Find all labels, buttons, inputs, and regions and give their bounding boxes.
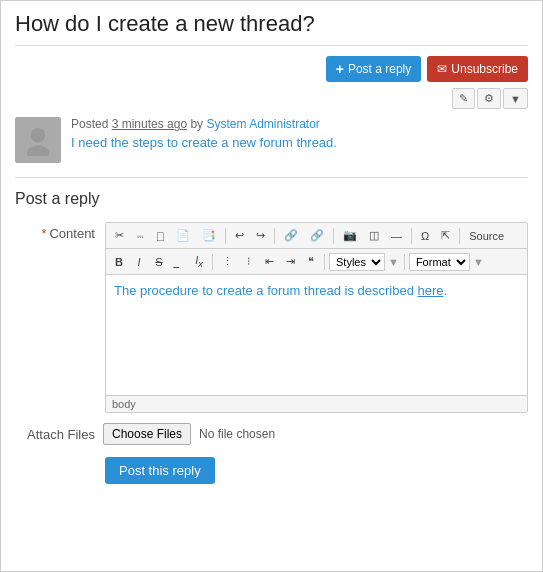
- toolbar-ul[interactable]: ⁝: [240, 252, 258, 271]
- toolbar-fullscreen[interactable]: ⇱: [436, 226, 455, 245]
- toolbar-omega[interactable]: Ω: [416, 227, 434, 245]
- toolbar-strikethrough[interactable]: S: [150, 253, 168, 271]
- posted-prefix: Posted: [71, 117, 108, 131]
- toolbar-link[interactable]: 🔗: [279, 226, 303, 245]
- post-content: I need the steps to create a new forum t…: [71, 135, 528, 150]
- toolbar-indent[interactable]: ⇥: [281, 252, 300, 271]
- reply-section-title: Post a reply: [15, 190, 528, 208]
- toolbar-hr[interactable]: ―: [386, 227, 407, 245]
- toolbar-ol[interactable]: ⋮: [217, 252, 238, 271]
- page-title: How do I create a new thread?: [15, 11, 528, 46]
- toolbar-unlink[interactable]: 🔗: [305, 226, 329, 245]
- toolbar-sep-5: [459, 228, 460, 244]
- toolbar-paste-word[interactable]: 📑: [197, 226, 221, 245]
- toolbar-underline[interactable]: ̲: [170, 252, 188, 271]
- toolbar-copy[interactable]: ⎓: [131, 227, 149, 245]
- attach-files-label: Attach Files: [15, 427, 95, 442]
- toolbar-source[interactable]: Source: [464, 227, 509, 245]
- toolbar-blockquote[interactable]: ❝: [302, 252, 320, 271]
- editor-wrapper: ✂ ⎓ ⎕ 📄 📑 ↩ ↪ 🔗 🔗 📷 ◫ ― Ω ⇱ Source: [105, 222, 528, 413]
- toolbar-cut[interactable]: ✂: [110, 226, 129, 245]
- toolbar-format-select[interactable]: Format: [409, 253, 470, 271]
- toolbar-sep-2: [274, 228, 275, 244]
- no-file-text: No file chosen: [199, 427, 275, 441]
- toolbar-redo[interactable]: ↪: [251, 226, 270, 245]
- gear-tool-button[interactable]: ⚙: [477, 88, 501, 109]
- svg-point-0: [31, 128, 45, 142]
- editor-content-area[interactable]: The procedure to create a forum thread i…: [106, 275, 527, 395]
- toolbar-paste-text[interactable]: 📄: [171, 226, 195, 245]
- editor-toolbar-row1: ✂ ⎓ ⎕ 📄 📑 ↩ ↪ 🔗 🔗 📷 ◫ ― Ω ⇱ Source: [106, 223, 527, 249]
- post-time[interactable]: 3 minutes ago: [112, 117, 187, 131]
- toolbar-bold[interactable]: B: [110, 253, 128, 271]
- submit-row: Post this reply: [15, 457, 528, 484]
- attach-files-row: Attach Files Choose Files No file chosen: [15, 423, 528, 445]
- dropdown-tool-button[interactable]: ▼: [503, 88, 528, 109]
- svg-point-1: [27, 146, 49, 156]
- required-marker: *: [41, 226, 46, 241]
- toolbar-sep-7: [324, 254, 325, 270]
- toolbar-outdent[interactable]: ⇤: [260, 252, 279, 271]
- editor-link[interactable]: here: [418, 283, 444, 298]
- by-text: by: [190, 117, 206, 131]
- post-reply-button-top[interactable]: + Post a reply: [326, 56, 422, 82]
- toolbar-table[interactable]: ◫: [364, 226, 384, 245]
- content-form-row: *Content ✂ ⎓ ⎕ 📄 📑 ↩ ↪ 🔗 🔗 📷 ◫ ―: [15, 222, 528, 413]
- editor-footer: body: [106, 395, 527, 412]
- toolbar-sep-6: [212, 254, 213, 270]
- post-author[interactable]: System Administrator: [206, 117, 319, 131]
- content-label: *Content: [15, 222, 95, 413]
- toolbar-sep-3: [333, 228, 334, 244]
- toolbar-sep-4: [411, 228, 412, 244]
- editor-text: The procedure to create a forum thread i…: [114, 283, 447, 298]
- toolbar-clear-format[interactable]: Ix: [190, 251, 208, 272]
- post-meta: Posted 3 minutes ago by System Administr…: [71, 117, 528, 150]
- unsubscribe-button[interactable]: ✉ Unsubscribe: [427, 56, 528, 82]
- toolbar-sep-1: [225, 228, 226, 244]
- toolbar-sep-8: [404, 254, 405, 270]
- editor-toolbar-row2: B I S ̲ Ix ⋮ ⁝ ⇤ ⇥ ❝ Styles ▼ Format: [106, 249, 527, 275]
- section-divider: [15, 177, 528, 178]
- plus-icon: +: [336, 61, 344, 77]
- post-this-reply-button[interactable]: Post this reply: [105, 457, 215, 484]
- toolbar-italic[interactable]: I: [130, 253, 148, 271]
- toolbar-paste[interactable]: ⎕: [151, 227, 169, 245]
- avatar: [15, 117, 61, 163]
- edit-tool-button[interactable]: ✎: [452, 88, 475, 109]
- toolbar-styles-select[interactable]: Styles: [329, 253, 385, 271]
- toolbar-undo[interactable]: ↩: [230, 226, 249, 245]
- email-icon: ✉: [437, 62, 447, 76]
- toolbar-image[interactable]: 📷: [338, 226, 362, 245]
- choose-files-button[interactable]: Choose Files: [103, 423, 191, 445]
